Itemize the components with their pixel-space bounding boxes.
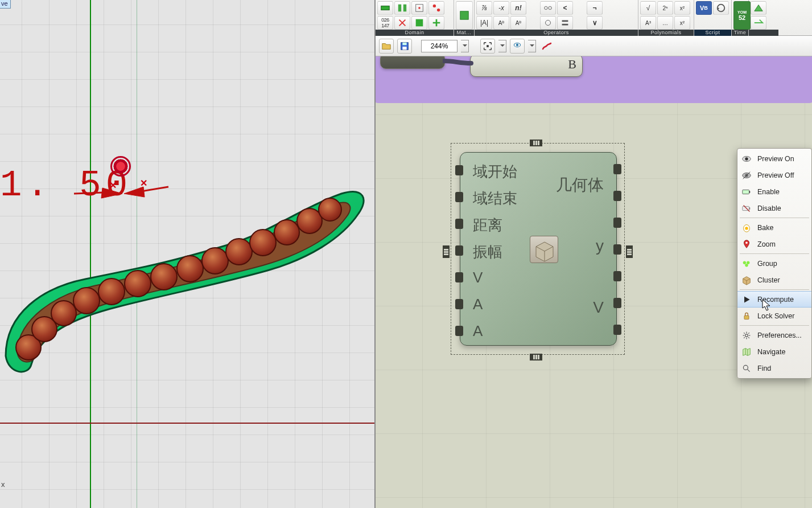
svg-point-12 bbox=[297, 208, 322, 233]
ribbon-component[interactable]: x² bbox=[674, 16, 690, 30]
ribbon-component[interactable]: 026147 bbox=[377, 16, 393, 30]
cluster-component[interactable]: 域开始域结束距离振幅VAA 几何体yV bbox=[460, 152, 617, 346]
canvas-component-b[interactable]: B bbox=[470, 56, 583, 77]
output-grip[interactable] bbox=[613, 218, 621, 228]
preview-dropdown[interactable] bbox=[528, 40, 536, 52]
eye-off-icon bbox=[741, 170, 752, 181]
output-grip[interactable] bbox=[613, 244, 621, 255]
ribbon-component[interactable] bbox=[713, 1, 729, 15]
input-grip[interactable] bbox=[455, 165, 463, 175]
menu-item-find[interactable]: Find bbox=[737, 360, 811, 376]
ribbon-component[interactable]: Aᴮ bbox=[510, 16, 526, 30]
menu-separator bbox=[740, 289, 809, 290]
ribbon-component[interactable]: √ bbox=[640, 1, 656, 15]
ribbon-component[interactable] bbox=[394, 16, 410, 30]
ribbon-component[interactable] bbox=[428, 16, 444, 30]
ribbon-component[interactable] bbox=[540, 16, 556, 30]
selection-handle-top[interactable] bbox=[530, 140, 542, 146]
input-grip[interactable] bbox=[455, 192, 463, 202]
point-marker bbox=[110, 156, 131, 177]
svg-rect-55 bbox=[744, 316, 749, 319]
selection-handle-bottom[interactable] bbox=[530, 354, 542, 360]
ribbon-panel-trig bbox=[749, 0, 778, 36]
ribbon-component[interactable]: Aᴮ bbox=[493, 16, 509, 30]
ribbon-component[interactable]: n! bbox=[510, 1, 526, 15]
rhino-viewport[interactable]: ve bbox=[0, 0, 376, 508]
ribbon-component[interactable]: |A| bbox=[476, 16, 492, 30]
menu-item-lock-solver[interactable]: Lock Solver bbox=[737, 308, 811, 324]
zoom-level-display[interactable]: 244% bbox=[421, 40, 457, 52]
input-grip[interactable] bbox=[455, 299, 463, 309]
ribbon-component[interactable]: … bbox=[657, 16, 673, 30]
zoom-extents-dropdown[interactable] bbox=[498, 40, 506, 52]
ribbon-component[interactable] bbox=[394, 1, 410, 15]
menu-item-label: Recompute bbox=[757, 296, 794, 304]
menu-item-group[interactable]: Group bbox=[737, 255, 811, 272]
ribbon-component[interactable]: ¬ bbox=[587, 1, 603, 15]
input-grip[interactable] bbox=[455, 326, 463, 336]
ribbon-component[interactable] bbox=[411, 1, 427, 15]
ribbon-component[interactable]: A³ bbox=[640, 16, 656, 30]
menu-separator bbox=[740, 325, 809, 326]
canvas-component[interactable] bbox=[380, 56, 445, 69]
ribbon-component[interactable] bbox=[428, 1, 444, 15]
ribbon-calendar-icon[interactable]: YOM52 bbox=[733, 1, 751, 30]
zoom-dropdown[interactable] bbox=[461, 40, 469, 52]
input-grip[interactable] bbox=[455, 272, 463, 282]
menu-item-zoom[interactable]: Zoom bbox=[737, 236, 811, 252]
input-grip[interactable] bbox=[455, 219, 463, 229]
sketch-tool-button[interactable] bbox=[539, 39, 554, 54]
menu-item-label: Preview Off bbox=[757, 171, 794, 179]
viewport-title-fragment[interactable]: ve bbox=[0, 0, 11, 9]
menu-item-navigate[interactable]: Navigate bbox=[737, 343, 811, 360]
menu-item-preferences[interactable]: Preferences... bbox=[737, 327, 811, 343]
menu-item-disable[interactable]: Disable bbox=[737, 200, 811, 216]
ribbon-component-vb[interactable]: VB bbox=[696, 1, 712, 15]
ribbon-component[interactable]: ⅞ bbox=[476, 1, 492, 15]
menu-item-preview-off[interactable]: Preview Off bbox=[737, 167, 811, 183]
preview-toggle-button[interactable] bbox=[510, 39, 525, 54]
ribbon-component[interactable]: < bbox=[557, 1, 573, 15]
selection-handle-right[interactable] bbox=[626, 245, 633, 258]
ribbon-component[interactable] bbox=[411, 16, 427, 30]
svg-point-23 bbox=[433, 5, 436, 7]
ribbon-component[interactable] bbox=[540, 1, 556, 15]
ribbon-component[interactable] bbox=[751, 1, 766, 15]
ribbon-panel-operators: ⅞ -x n! < ¬ |A| Aᴮ Aᴮ ∨ Operators bbox=[475, 0, 638, 36]
ribbon-panel-label: Script bbox=[694, 30, 731, 36]
ribbon-component[interactable]: 2ⁿ bbox=[657, 1, 673, 15]
grasshopper-canvas[interactable]: B bbox=[376, 56, 812, 508]
selection-handle-left[interactable] bbox=[443, 245, 450, 258]
input-grip[interactable] bbox=[455, 245, 463, 256]
menu-item-cluster[interactable]: Cluster bbox=[737, 272, 811, 288]
menu-item-recompute[interactable]: Recompute bbox=[737, 291, 811, 308]
menu-item-bake[interactable]: Bake bbox=[737, 219, 811, 236]
svg-rect-47 bbox=[749, 207, 751, 210]
svg-point-22 bbox=[418, 7, 421, 9]
menu-item-enable[interactable]: Enable bbox=[737, 183, 811, 200]
ribbon-component[interactable]: x² bbox=[674, 1, 690, 15]
open-file-button[interactable] bbox=[379, 39, 394, 54]
output-grip[interactable] bbox=[613, 325, 621, 335]
svg-rect-19 bbox=[398, 5, 401, 12]
output-grip[interactable] bbox=[613, 298, 621, 308]
ribbon-component[interactable]: -x bbox=[493, 1, 509, 15]
axis-x bbox=[0, 423, 374, 424]
svg-line-64 bbox=[744, 337, 745, 338]
ribbon-component[interactable]: ∨ bbox=[587, 16, 603, 30]
canvas-toolbar: 244% bbox=[376, 36, 812, 56]
wire bbox=[443, 56, 477, 70]
grasshopper-window: 026147 Domain Mat… ⅞ -x n! < ¬ bbox=[376, 0, 812, 508]
output-grip[interactable] bbox=[613, 191, 621, 201]
ribbon-component[interactable] bbox=[377, 1, 393, 15]
menu-item-preview-on[interactable]: Preview On bbox=[737, 150, 811, 167]
save-file-button[interactable] bbox=[397, 39, 412, 54]
ribbon-component[interactable] bbox=[557, 16, 573, 30]
ribbon-component[interactable] bbox=[456, 1, 473, 30]
svg-rect-44 bbox=[743, 190, 749, 194]
zoom-extents-button[interactable] bbox=[480, 39, 495, 54]
output-grip[interactable] bbox=[613, 164, 621, 174]
svg-point-4 bbox=[98, 278, 125, 305]
output-grip[interactable] bbox=[613, 271, 621, 281]
ribbon-component[interactable] bbox=[751, 16, 766, 30]
